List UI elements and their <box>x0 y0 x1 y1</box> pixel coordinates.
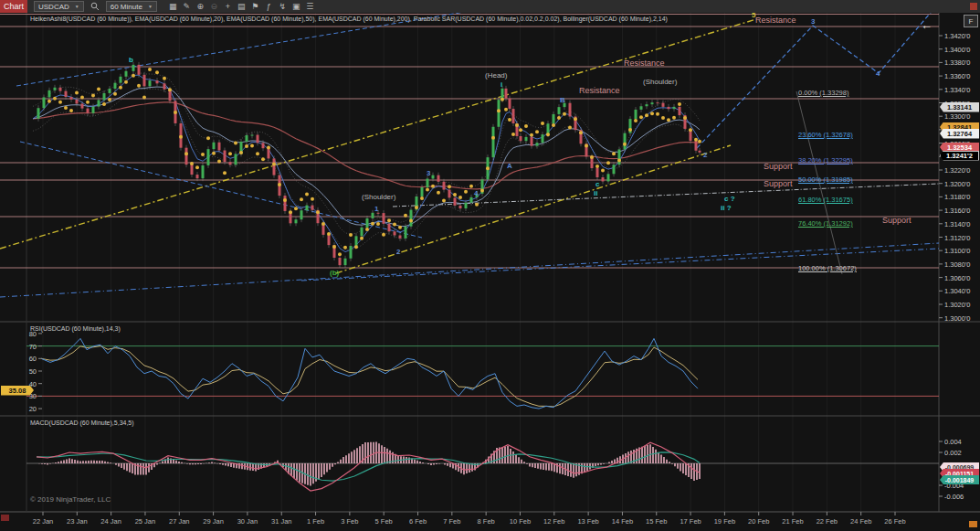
zoom-in-icon[interactable]: ⊕ <box>194 2 207 11</box>
fib-level-label[interactable]: 23.60% (1.32678) <box>798 131 853 139</box>
wave-label-blue[interactable]: B <box>560 96 565 104</box>
fib-level-label[interactable]: 76.40% (1.31292) <box>798 219 853 228</box>
time-axis-label[interactable]: 24 Feb <box>847 517 876 526</box>
fib-level-label[interactable]: 0.00% (1.33298) <box>798 89 848 97</box>
wave-label-blue[interactable]: 3 <box>811 17 815 26</box>
price-axis-tick[interactable]: 1.3220'0 <box>944 166 971 175</box>
wave-label-blue[interactable]: A <box>507 162 512 170</box>
draw-tool-icon[interactable]: ✎ <box>180 2 194 11</box>
wave-label-blue[interactable]: 4 <box>474 189 478 197</box>
macd-axis-tick[interactable]: 0.004 <box>944 438 962 446</box>
time-axis-label[interactable]: 22 Feb <box>812 517 841 526</box>
wave-label-blue[interactable]: 2 <box>396 248 400 256</box>
fib-level-label[interactable]: 50.00% (1.31985) <box>798 175 853 184</box>
time-axis-label[interactable]: 14 Feb <box>607 517 637 526</box>
search-icon[interactable] <box>90 2 100 11</box>
macd-axis-tick[interactable]: 0.002 <box>944 449 962 457</box>
price-axis-tick[interactable]: 1.3200'0 <box>944 180 971 188</box>
price-axis-tick[interactable]: 1.3380'0 <box>944 58 971 67</box>
chart-style-icon[interactable]: ▦ <box>166 2 180 11</box>
trendline-icon[interactable]: ↯ <box>276 2 290 11</box>
price-axis-tick[interactable]: 1.3180'0 <box>944 193 971 201</box>
time-axis-label[interactable]: 15 Feb <box>642 517 671 526</box>
time-axis-label[interactable]: 29 Jan <box>199 517 228 526</box>
price-axis-tick[interactable]: 1.3300'0 <box>944 112 971 121</box>
price-axis-tick[interactable]: 1.3120'0 <box>944 234 971 242</box>
trendline-drawings[interactable] <box>0 7 939 297</box>
snapshot-icon[interactable]: ▣ <box>290 2 303 11</box>
fib-level-label[interactable]: 38.20% (1.32295) <box>798 156 853 165</box>
time-axis-label[interactable]: 6 Feb <box>404 517 433 526</box>
time-axis-label[interactable]: 3 Feb <box>335 517 364 526</box>
alert-flag-icon[interactable]: ⚑ <box>248 2 262 11</box>
time-axis-label[interactable]: 19 Feb <box>710 517 739 526</box>
tab-chart[interactable]: Chart <box>0 0 27 13</box>
pattern-label[interactable]: (Shoulder) <box>643 78 677 86</box>
time-axis-label[interactable]: 24 Jan <box>97 517 126 526</box>
price-axis-tick[interactable]: 1.3000'0 <box>944 314 971 323</box>
scroll-left-arrow-icon[interactable]: ← <box>921 18 933 32</box>
macd-axis-tick[interactable]: -0.006 <box>944 493 964 501</box>
price-axis-tick[interactable]: 1.3020'0 <box>944 301 971 309</box>
pattern-label[interactable]: (Shoulder) <box>362 193 395 201</box>
resistance-label[interactable]: Resistance <box>755 16 796 25</box>
time-axis-label[interactable]: 13 Feb <box>574 517 603 526</box>
data-series-icon[interactable]: ☰ <box>303 2 317 11</box>
indicators-icon[interactable]: ƒ <box>262 2 276 11</box>
notes-icon[interactable]: ▤ <box>235 2 248 11</box>
price-axis-tick[interactable]: 1.3080'0 <box>944 260 971 269</box>
interval-select[interactable]: 60 Minute ▼ <box>106 1 157 12</box>
price-axis-tick[interactable]: 1.3340'0 <box>944 86 971 94</box>
wave-label-cyan[interactable]: b <box>129 56 133 64</box>
price-axis-tick[interactable]: 1.3140'0 <box>944 220 971 228</box>
price-axis-tick[interactable]: 1.3160'0 <box>944 207 971 215</box>
time-axis-label[interactable]: 26 Feb <box>880 517 910 526</box>
yellow-channel-lower-trendline[interactable] <box>336 145 731 273</box>
time-axis-label[interactable]: 27 Jan <box>164 517 194 526</box>
fixed-scale-button[interactable]: F <box>964 15 978 27</box>
resistance-label[interactable]: Resistance <box>579 86 620 95</box>
support-label[interactable]: Support <box>764 162 793 171</box>
price-axis-tick[interactable]: 1.3040'0 <box>944 287 971 295</box>
time-axis-label[interactable]: 12 Feb <box>540 517 569 526</box>
time-axis-label[interactable]: 5 Feb <box>369 517 398 526</box>
wave-label-blue[interactable]: 1 <box>374 205 378 213</box>
support-label[interactable]: Support <box>882 216 912 225</box>
price-axis-tick[interactable]: 1.3060'0 <box>944 274 971 282</box>
time-axis-label[interactable]: 21 Feb <box>778 517 807 526</box>
wave-label-blue[interactable]: 3 <box>427 169 430 177</box>
time-axis-label[interactable]: 23 Jan <box>62 517 91 526</box>
support-label[interactable]: Support <box>764 179 793 188</box>
rsi-axis-tick[interactable]: 80 <box>24 330 37 338</box>
price-axis-tick[interactable]: 1.3420'0 <box>944 32 971 40</box>
rsi-axis-tick[interactable]: 50 <box>24 367 37 376</box>
price-axis-tick[interactable]: 1.3360'0 <box>944 72 971 80</box>
time-axis-label[interactable]: 20 Feb <box>744 517 774 526</box>
rsi-axis-tick[interactable]: 20 <box>24 405 37 413</box>
blue-upper-left-trendline[interactable] <box>16 11 470 86</box>
wave-label-cyan[interactable]: c <box>595 180 599 188</box>
wave-label-cyan[interactable]: ii <box>594 189 597 197</box>
rsi-axis-tick[interactable]: 70 <box>24 343 37 351</box>
time-axis-label[interactable]: 10 Feb <box>505 517 534 526</box>
wave-label-cyan[interactable]: ii ? <box>721 204 732 212</box>
time-axis-label[interactable]: 1 Feb <box>301 517 331 526</box>
time-axis-label[interactable]: 31 Jan <box>267 517 296 526</box>
wave-label-cyan[interactable]: i <box>501 80 502 89</box>
price-axis-tick[interactable]: 1.3400'0 <box>944 46 971 54</box>
time-axis-label[interactable]: 17 Feb <box>676 517 705 526</box>
fib-level-label[interactable]: 100.00% (1.30672) <box>798 264 857 272</box>
instrument-select[interactable]: USDCAD ▼ <box>34 1 84 12</box>
blue-lower-left-trendline[interactable] <box>20 142 422 238</box>
pattern-label[interactable]: (Head) <box>485 71 507 80</box>
resistance-label[interactable]: Resistance <box>624 58 665 68</box>
wave-label-blue[interactable]: 4 <box>876 69 880 78</box>
fib-level-label[interactable]: 61.80% (1.31675) <box>798 196 853 204</box>
wave-label-green[interactable]: (b) <box>330 269 339 277</box>
wave-label-blue[interactable]: 2 <box>703 151 707 159</box>
time-axis-label[interactable]: 7 Feb <box>437 517 467 526</box>
crosshair-icon[interactable]: + <box>221 2 235 11</box>
elliott-wave-projection[interactable] <box>697 7 935 148</box>
rsi-axis-tick[interactable]: 60 <box>24 355 37 363</box>
time-axis-label[interactable]: 8 Feb <box>471 517 501 526</box>
